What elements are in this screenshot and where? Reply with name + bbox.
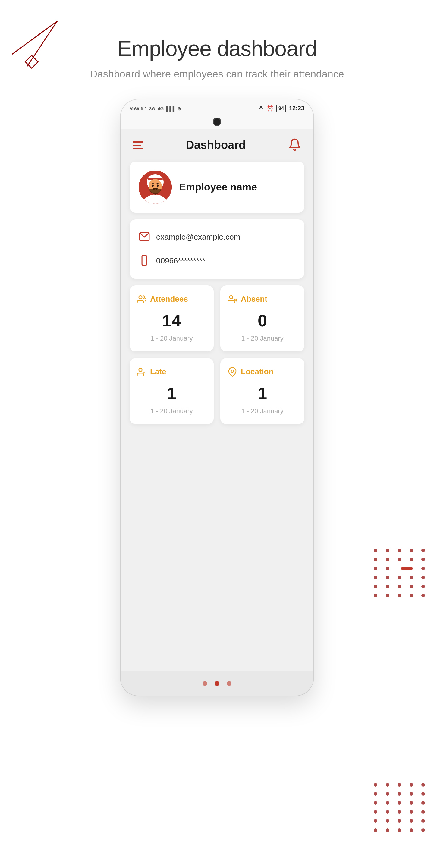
absent-date: 1 - 20 January	[227, 335, 297, 342]
front-camera	[213, 118, 221, 126]
svg-line-0	[27, 21, 57, 66]
camera-bar	[121, 118, 313, 129]
svg-point-14	[230, 296, 233, 299]
email-row: example@example.com	[138, 225, 296, 249]
stats-grid: Attendees 14 1 - 20 January Abse	[130, 285, 304, 424]
deco-dots-right	[368, 542, 434, 603]
page-title: Employee dashboard	[0, 36, 434, 61]
attendees-header: Attendees	[137, 294, 207, 304]
profile-card: Employee name	[130, 161, 304, 213]
attendees-date: 1 - 20 January	[137, 335, 207, 342]
svg-point-7	[152, 184, 154, 187]
deco-dots-bottom	[368, 777, 434, 838]
svg-line-1	[12, 21, 57, 54]
location-value: 1	[227, 383, 297, 403]
network-info: VoWifi 2 3G 4G ▌▌▌ ⊛	[130, 105, 181, 112]
location-label: Location	[241, 367, 273, 376]
svg-point-17	[139, 368, 142, 372]
absent-value: 0	[227, 311, 297, 330]
app-header: Dashboard	[130, 129, 304, 161]
time-display: 12:23	[289, 105, 304, 112]
late-value: 1	[137, 383, 207, 403]
status-right: 👁 ⏰ 94 12:23	[258, 105, 304, 112]
avatar	[138, 170, 172, 204]
nav-dot-1	[203, 681, 207, 686]
app-content: Dashboard	[121, 129, 313, 672]
email-text: example@example.com	[156, 232, 240, 242]
location-card[interactable]: Location 1 1 - 20 January	[220, 358, 304, 424]
absent-icon	[227, 294, 237, 304]
phone-wrapper: VoWifi 2 3G 4G ▌▌▌ ⊛ 👁 ⏰ 94 12:23	[0, 99, 434, 756]
svg-point-12	[139, 296, 142, 299]
location-icon	[227, 367, 237, 377]
late-card[interactable]: Late 1 1 - 20 January	[130, 358, 214, 424]
dashboard-title: Dashboard	[186, 138, 246, 152]
deco-top-left	[9, 18, 63, 72]
employee-info: Employee name	[179, 181, 257, 193]
phone-icon	[138, 255, 150, 267]
nav-dot-3	[227, 681, 231, 686]
phone-mockup: VoWifi 2 3G 4G ▌▌▌ ⊛ 👁 ⏰ 94 12:23	[121, 99, 313, 695]
contact-card: example@example.com 00966*********	[130, 219, 304, 279]
late-label: Late	[150, 367, 166, 376]
phone-row: 00966*********	[138, 249, 296, 273]
page-subtitle: Dashboard where employees can track thei…	[0, 67, 434, 82]
location-date: 1 - 20 January	[227, 407, 297, 415]
absent-header: Absent	[227, 294, 297, 304]
late-header: Late	[137, 367, 207, 377]
bell-button[interactable]	[288, 138, 301, 153]
attendees-card[interactable]: Attendees 14 1 - 20 January	[130, 285, 214, 351]
alarm-icon: ⏰	[267, 105, 273, 112]
svg-point-8	[157, 184, 158, 187]
svg-point-19	[231, 370, 234, 372]
attendees-label: Attendees	[150, 294, 188, 304]
email-icon	[138, 231, 150, 244]
employee-name: Employee name	[179, 181, 257, 193]
hamburger-menu[interactable]	[133, 141, 144, 149]
battery-indicator: 94	[276, 105, 286, 112]
attendees-icon	[137, 294, 147, 304]
page-header: Employee dashboard Dashboard where emplo…	[0, 0, 434, 99]
attendees-value: 14	[137, 311, 207, 330]
location-header: Location	[227, 367, 297, 377]
late-date: 1 - 20 January	[137, 407, 207, 415]
status-left: VoWifi 2 3G 4G ▌▌▌ ⊛	[130, 105, 181, 112]
eye-icon: 👁	[258, 105, 264, 112]
absent-card[interactable]: Absent 0 1 - 20 January	[220, 285, 304, 351]
late-icon	[137, 367, 147, 377]
phone-bottom-bar	[121, 672, 313, 695]
absent-label: Absent	[241, 294, 267, 304]
status-bar: VoWifi 2 3G 4G ▌▌▌ ⊛ 👁 ⏰ 94 12:23	[121, 99, 313, 118]
nav-dot-2	[215, 681, 219, 686]
phone-text: 00966*********	[156, 256, 205, 266]
